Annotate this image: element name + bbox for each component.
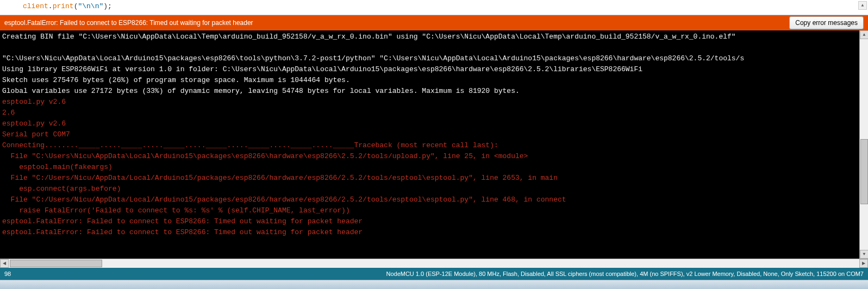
console-line: File "C:/Users/Nicu/AppData/Local/Arduin… <box>2 173 857 184</box>
console-line: Using library ESP8266WiFi at version 1.0… <box>2 64 857 75</box>
console-line: Creating BIN file "C:\Users\Nicu\AppData… <box>2 32 857 42</box>
console-content[interactable]: Creating BIN file "C:\Users\Nicu\AppData… <box>0 30 859 259</box>
console-line: esptool.FatalError: Failed to connect to… <box>2 227 857 238</box>
console-line: File "C:\Users\Nicu\AppData\Local\Arduin… <box>2 151 857 162</box>
console-line: File "C:/Users/Nicu/AppData/Local/Arduin… <box>2 194 857 205</box>
console-line: "C:\Users\Nicu\AppData\Local\Arduino15\p… <box>2 53 857 64</box>
code-token-function: print <box>53 2 74 10</box>
code-editor[interactable]: client.print("\n\n"); ▲ <box>0 0 868 15</box>
scroll-left-button[interactable]: ◀ <box>0 259 9 268</box>
console-line: raise FatalError('Failed to connect to %… <box>2 205 857 216</box>
editor-scroll-up-button[interactable]: ▲ <box>858 1 867 10</box>
console-line: Connecting........_____....._____.....__… <box>2 140 857 151</box>
console-line <box>2 238 857 249</box>
code-token-dot: . <box>48 2 53 10</box>
status-bar: 98 NodeMCU 1.0 (ESP-12E Module), 80 MHz,… <box>0 268 868 280</box>
code-token-paren-close: ); <box>103 2 112 10</box>
vertical-scroll-thumb[interactable] <box>860 139 868 204</box>
scroll-down-button[interactable]: ▼ <box>860 250 868 259</box>
console-vertical-scrollbar[interactable]: ▲ ▼ <box>859 30 868 259</box>
scroll-up-button[interactable]: ▲ <box>860 30 868 39</box>
console-line: esp.connect(args.before) <box>2 184 857 194</box>
console-horizontal-scrollbar[interactable]: ◀ ▶ <box>0 259 868 268</box>
compile-error-bar: esptool.FatalError: Failed to connect to… <box>0 15 868 30</box>
console-line: Serial port COM7 <box>2 129 857 140</box>
console-line: esptool.FatalError: Failed to connect to… <box>2 216 857 227</box>
output-console: Creating BIN file "C:\Users\Nicu\AppData… <box>0 30 868 259</box>
horizontal-scroll-thumb[interactable] <box>10 260 102 267</box>
console-line: esptool.main(fakeargs) <box>2 162 857 173</box>
console-line: Global variables use 27172 bytes (33%) o… <box>2 86 857 97</box>
os-taskbar <box>0 280 868 289</box>
console-line: esptool.py v2.6 <box>2 97 857 108</box>
status-board-info: NodeMCU 1.0 (ESP-12E Module), 80 MHz, Fl… <box>386 271 864 277</box>
code-token-string: "\n\n" <box>78 2 103 10</box>
status-line-number: 98 <box>4 271 11 277</box>
console-line <box>2 42 857 53</box>
console-line: esptool.py v2.6 <box>2 118 857 129</box>
copy-error-button[interactable]: Copy error messages <box>789 16 864 29</box>
console-line: 2.6 <box>2 108 857 118</box>
console-line: Sketch uses 275476 bytes (26%) of progra… <box>2 75 857 86</box>
code-token-object: client <box>23 2 48 10</box>
compile-error-text: esptool.FatalError: Failed to connect to… <box>4 19 253 27</box>
scroll-right-button[interactable]: ▶ <box>859 259 868 268</box>
